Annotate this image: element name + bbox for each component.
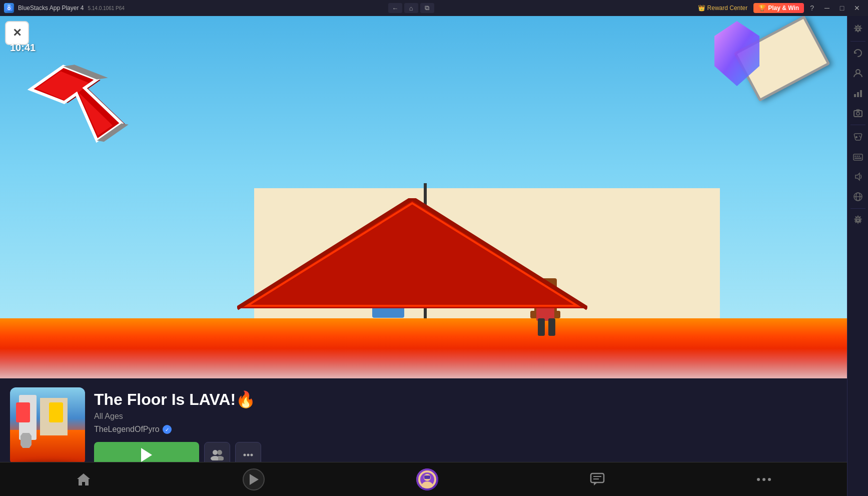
magic-flash	[714, 21, 759, 88]
nav-chat[interactable]	[590, 472, 605, 487]
game-thumbnail	[10, 387, 85, 465]
home-button[interactable]: ⌂	[404, 3, 418, 13]
sidebar-audio[interactable]	[848, 167, 867, 186]
avatar-circle	[416, 468, 438, 490]
app-icon	[4, 3, 14, 13]
svg-marker-4	[237, 198, 587, 308]
svg-point-40	[859, 136, 860, 137]
svg-rect-43	[854, 156, 856, 157]
nav-play[interactable]	[243, 468, 265, 490]
svg-rect-42	[853, 154, 862, 160]
sidebar-account[interactable]	[848, 64, 867, 83]
svg-rect-45	[858, 156, 860, 157]
titlebar-left: BlueStacks App Player 4 5.14.0.1061 P64	[4, 3, 125, 13]
play-win-button[interactable]: 🏆 Play & Win	[753, 3, 804, 13]
help-button[interactable]: ?	[810, 4, 814, 12]
sidebar-divider-3	[850, 208, 865, 209]
close-window-button[interactable]: ✕	[850, 3, 864, 13]
red-arrow	[10, 41, 160, 173]
nav-avatar[interactable]	[416, 468, 438, 490]
sidebar-gamepad[interactable]	[848, 127, 867, 146]
svg-marker-6	[714, 21, 759, 86]
minimize-button[interactable]: ─	[820, 3, 834, 13]
play-icon	[141, 448, 152, 462]
svg-rect-23	[424, 475, 430, 479]
svg-rect-33	[857, 92, 859, 97]
svg-point-36	[856, 112, 859, 115]
svg-point-50	[856, 219, 859, 222]
app-version: 5.14.0.1061 P64	[88, 6, 124, 11]
sidebar-screenshot[interactable]	[848, 104, 867, 123]
svg-point-30	[856, 28, 859, 31]
fog-effect	[0, 348, 847, 378]
close-button[interactable]: ✕	[5, 21, 29, 45]
svg-point-29	[768, 478, 771, 481]
svg-point-19	[251, 454, 253, 456]
crown-icon: 👑	[698, 5, 705, 12]
game-title: The Floor Is LAVA!🔥	[94, 390, 837, 409]
titlebar: BlueStacks App Player 4 5.14.0.1061 P64 …	[0, 0, 868, 16]
sidebar-settings2[interactable]	[848, 211, 867, 230]
sidebar-refresh[interactable]	[848, 44, 867, 63]
svg-point-17	[244, 454, 246, 456]
svg-point-3	[9, 8, 10, 10]
titlebar-nav: ← ⌂ ⧉	[388, 3, 434, 13]
svg-rect-46	[854, 158, 861, 159]
svg-point-14	[217, 450, 222, 455]
sidebar-settings[interactable]	[848, 20, 867, 39]
tab-button[interactable]: ⧉	[420, 3, 434, 13]
right-sidebar	[847, 16, 868, 496]
reward-center-button[interactable]: 👑 Reward Center	[698, 5, 748, 12]
bottom-panel: The Floor Is LAVA!🔥 All Ages TheLegendOf…	[0, 378, 847, 496]
svg-point-28	[762, 478, 765, 481]
game-info: The Floor Is LAVA!🔥 All Ages TheLegendOf…	[0, 378, 847, 473]
nav-home[interactable]	[76, 472, 91, 487]
svg-point-13	[213, 450, 218, 455]
time-display: 10:41	[10, 42, 36, 54]
window-controls: ─ □ ✕	[820, 3, 864, 13]
verified-badge: ✓	[163, 425, 172, 434]
main-content: ✕ 10:41	[0, 16, 868, 496]
sidebar-divider-1	[850, 41, 865, 42]
game-details: The Floor Is LAVA!🔥 All Ages TheLegendOf…	[94, 387, 837, 468]
svg-rect-44	[856, 156, 858, 157]
svg-rect-1	[8, 5, 11, 7]
svg-point-27	[757, 478, 760, 481]
svg-rect-35	[854, 111, 862, 117]
svg-point-31	[856, 70, 860, 74]
game-age-rating: All Ages	[94, 412, 837, 421]
back-button[interactable]: ←	[388, 3, 402, 13]
creator-name: TheLegendOfPyro	[94, 425, 160, 434]
svg-point-41	[860, 137, 861, 138]
svg-rect-34	[860, 90, 862, 97]
sidebar-keyboard[interactable]	[848, 147, 867, 166]
bottom-navigation	[0, 462, 847, 496]
titlebar-right: 👑 Reward Center 🏆 Play & Win ? ─ □ ✕	[698, 3, 864, 13]
avatar-image	[418, 470, 436, 488]
svg-point-18	[247, 454, 250, 456]
app-title: BlueStacks App Player 4	[18, 5, 84, 12]
fire-icon: 🏆	[758, 5, 766, 12]
nav-more[interactable]	[756, 472, 771, 487]
svg-rect-32	[854, 94, 856, 97]
svg-rect-24	[591, 473, 604, 482]
app-area: ✕ 10:41	[0, 16, 847, 496]
sidebar-network[interactable]	[848, 187, 867, 206]
sidebar-divider-2	[850, 125, 865, 125]
sidebar-stats[interactable]	[848, 84, 867, 103]
maximize-button[interactable]: □	[835, 3, 849, 13]
game-creator: TheLegendOfPyro ✓	[94, 425, 837, 434]
